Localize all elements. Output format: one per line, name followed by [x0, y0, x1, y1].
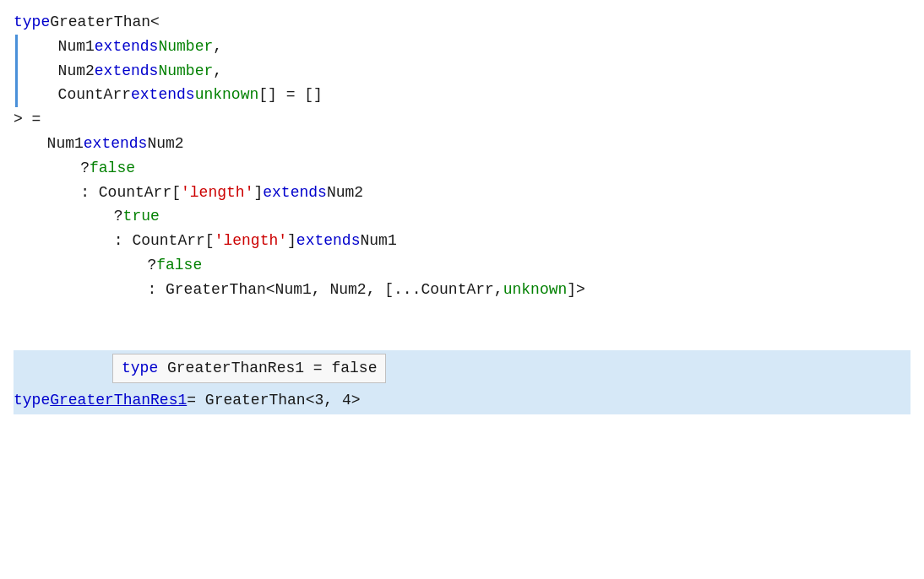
tooltip-box: type GreaterThanRes1 = false — [112, 354, 386, 383]
line-9: ? true — [14, 204, 910, 229]
line-3: Num2 extends Number, — [24, 59, 910, 84]
array-default: [] = [] — [258, 83, 323, 107]
tooltip-body: GreaterThanRes1 = false — [158, 360, 377, 376]
type-name: GreaterThan< — [50, 10, 160, 35]
line-11: ? false — [14, 253, 910, 278]
bracket-close-2: ] — [287, 229, 296, 253]
extends-kw-4: extends — [84, 132, 148, 156]
bottom-line: type GreaterThanRes1 = GreaterThan<3, 4> — [14, 388, 910, 413]
line-5: > = — [14, 107, 910, 132]
kw-type: type — [14, 10, 50, 35]
num1-ident: Num1 — [58, 35, 95, 59]
line-1: type GreaterThan< — [14, 10, 910, 35]
line-7: ? false — [14, 156, 910, 181]
empty-line-1 — [14, 302, 910, 327]
line-6: Num1 extends Num2 — [14, 132, 910, 156]
empty-line-2 — [14, 326, 910, 350]
false-2: false — [156, 253, 202, 278]
colon-countarr-1: : CountArr[ — [80, 181, 181, 205]
unknown-kw-1: unknown — [195, 83, 259, 107]
closing-bracket: ]> — [567, 278, 585, 302]
num1-ref-2: Num1 — [360, 229, 396, 253]
bracket-close-1: ] — [253, 181, 263, 205]
num1-ref: Num1 — [47, 132, 84, 156]
extends-kw-1: extends — [95, 35, 159, 59]
unknown-kw-2: unknown — [503, 278, 568, 302]
line-8: : CountArr['length'] extends Num2 — [14, 181, 910, 205]
true-1: true — [123, 204, 160, 229]
extends-kw-6: extends — [296, 229, 361, 253]
length-str-1: 'length' — [181, 181, 253, 205]
line-4: CountArr extends unknown[] = [] — [24, 83, 910, 107]
bottom-kw: type — [14, 388, 50, 413]
num2-ref-2: Num2 — [327, 181, 363, 205]
number-kw-1: Number — [158, 35, 213, 59]
bottom-rest: = GreaterThan<3, 4> — [187, 388, 360, 413]
line-10: : CountArr['length'] extends Num1 — [14, 229, 910, 253]
extends-kw-2: extends — [95, 59, 159, 84]
countarr-ident: CountArr — [58, 83, 131, 107]
recursive-call: : GreaterThan<Num1, Num2, [...CountArr, — [147, 278, 503, 302]
tooltip-line: type GreaterThanRes1 = false — [14, 350, 910, 387]
num2-ref: Num2 — [147, 132, 183, 156]
extends-kw-5: extends — [263, 181, 327, 205]
comma-1: , — [213, 35, 222, 59]
bottom-link[interactable]: GreaterThanRes1 — [50, 388, 187, 413]
question-2: ? — [114, 204, 123, 229]
tooltip-kw: type — [122, 360, 158, 376]
number-kw-2: Number — [158, 59, 213, 84]
false-1: false — [90, 156, 135, 181]
gt-equals: > = — [14, 107, 41, 132]
num2-ident: Num2 — [58, 59, 95, 84]
length-str-2: 'length' — [215, 229, 287, 253]
line-12: : GreaterThan<Num1, Num2, [...CountArr, … — [14, 278, 910, 302]
line-2: Num1 extends Number, — [24, 35, 910, 59]
comma-2: , — [213, 59, 222, 84]
bottom-highlighted-line: type GreaterThanRes1 = GreaterThan<3, 4> — [14, 387, 910, 414]
question-1: ? — [80, 156, 90, 181]
extends-kw-3: extends — [131, 83, 195, 107]
colon-countarr-2: : CountArr[ — [114, 229, 215, 253]
question-3: ? — [147, 253, 156, 278]
generic-params-block: Num1 extends Number, Num2 extends Number… — [15, 35, 910, 107]
code-container: type GreaterThan< Num1 extends Number, N… — [0, 0, 924, 579]
